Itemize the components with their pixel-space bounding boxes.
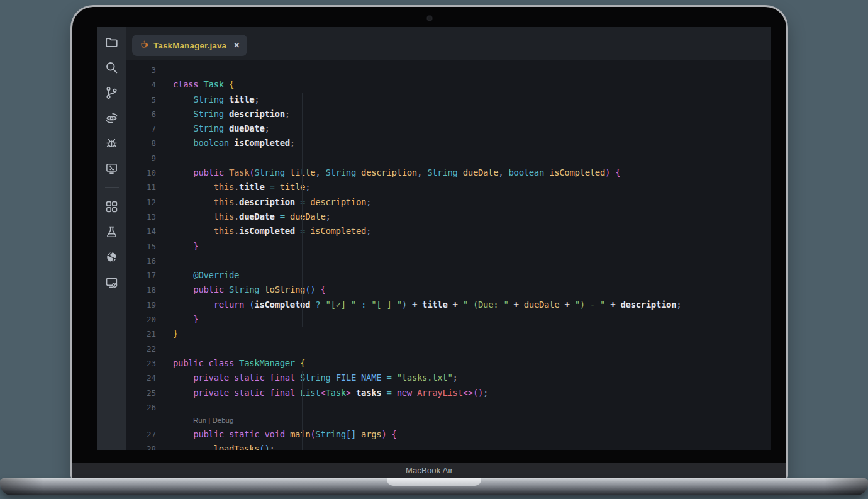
code-line: 25 private static final List<Task> tasks… <box>126 386 771 400</box>
code-line: 17 @Override <box>126 268 771 283</box>
line-number: 3 <box>126 63 173 77</box>
code-text: private static final String FILE_NAME = … <box>173 371 458 385</box>
code-text: public class TaskManager { <box>173 356 305 371</box>
code-text: String title; <box>173 93 259 107</box>
line-number: 26 <box>126 400 173 415</box>
line-number: 5 <box>126 93 173 107</box>
code-line: 14 this.isCompleted = isCompleted; <box>126 224 771 238</box>
codelens-row: Run | Debug <box>126 415 771 427</box>
code-text: boolean isCompleted; <box>173 136 295 150</box>
source-control-icon[interactable] <box>97 80 126 105</box>
line-number: 15 <box>126 239 173 254</box>
code-text: this.isCompleted = isCompleted; <box>173 224 371 238</box>
testing-flask-icon[interactable] <box>97 219 126 244</box>
tab-bar: TaskManager.java ✕ <box>126 27 771 60</box>
line-number: 4 <box>126 77 173 92</box>
code-editor-window: TaskManager.java ✕ 34class Task {5 Strin… <box>97 27 771 450</box>
ai-eye-icon[interactable] <box>97 105 126 130</box>
code-line: 6 String description; <box>126 107 771 121</box>
code-line: 21} <box>126 327 771 341</box>
code-line: 22 <box>126 342 771 356</box>
code-line: 11 this.title = title; <box>126 180 771 194</box>
code-line: 3 <box>126 63 771 77</box>
tab-label: TaskManager.java <box>153 41 226 50</box>
close-icon[interactable]: ✕ <box>233 41 240 50</box>
macbook-lid: TaskManager.java ✕ 34class Task {5 Strin… <box>70 5 788 478</box>
code-text: public String toString() { <box>173 283 326 297</box>
line-number: 24 <box>126 371 173 385</box>
remote-screen-icon[interactable] <box>97 269 126 294</box>
line-number: 12 <box>126 195 173 210</box>
code-area[interactable]: 34class Task {5 String title;6 String de… <box>126 60 771 450</box>
code-line: 23public class TaskManager { <box>126 356 771 371</box>
indent-guide <box>302 371 303 450</box>
lid-notch <box>387 478 481 486</box>
code-text: this.description = description; <box>173 195 371 210</box>
line-number: 11 <box>126 180 173 194</box>
device-label: MacBook Air <box>406 466 453 475</box>
line-number: 27 <box>126 427 173 442</box>
code-text: class Task { <box>173 77 234 92</box>
code-line: 10 public Task(String title, String desc… <box>126 165 771 180</box>
line-number: 23 <box>126 356 173 371</box>
macbook-chin: MacBook Air <box>72 463 786 478</box>
code-line: 19 return (isCompleted ? "[✓] " : "[ ] "… <box>126 298 771 312</box>
webcam-icon <box>427 16 432 21</box>
code-line: 4class Task { <box>126 77 771 92</box>
code-text: public Task(String title, String descrip… <box>173 165 620 180</box>
line-number: 21 <box>126 327 173 341</box>
code-line: 7 String dueDate; <box>126 121 771 136</box>
line-number: 7 <box>126 121 173 136</box>
tab-taskmanager-java[interactable]: TaskManager.java ✕ <box>132 35 247 56</box>
code-text: String description; <box>173 107 290 121</box>
code-text: public static void main(String[] args) { <box>173 427 397 442</box>
code-text: String dueDate; <box>173 121 270 136</box>
code-line: 16 <box>126 254 771 268</box>
line-number: 19 <box>126 298 173 312</box>
line-number: 28 <box>126 442 173 450</box>
code-line: 9 <box>126 151 771 165</box>
line-number: 17 <box>126 268 173 283</box>
code-line: 27 public static void main(String[] args… <box>126 427 771 442</box>
code-text: } <box>173 239 198 254</box>
code-line: 28 loadTasks(); <box>126 442 771 450</box>
search-icon[interactable] <box>97 55 126 80</box>
extensions-grid-icon[interactable] <box>97 194 126 219</box>
code-text: this.dueDate = dueDate; <box>173 210 331 224</box>
code-line: 18 public String toString() { <box>126 283 771 297</box>
code-line: 5 String title; <box>126 93 771 107</box>
java-file-icon <box>140 40 149 52</box>
line-number: 25 <box>126 386 173 400</box>
line-number: 10 <box>126 165 173 180</box>
editor-pane: TaskManager.java ✕ 34class Task {5 Strin… <box>126 27 771 450</box>
code-text: @Override <box>173 268 239 283</box>
line-number: 8 <box>126 136 173 150</box>
desk-background: TaskManager.java ✕ 34class Task {5 Strin… <box>0 0 868 499</box>
line-number: 14 <box>126 224 173 238</box>
code-line: 24 private static final String FILE_NAME… <box>126 371 771 385</box>
code-line: 8 boolean isCompleted; <box>126 136 771 150</box>
preview-monitor-icon[interactable] <box>97 155 126 181</box>
code-line: 13 this.dueDate = dueDate; <box>126 210 771 224</box>
swirl-extension-icon[interactable] <box>97 244 126 269</box>
line-number: 13 <box>126 210 173 224</box>
code-line: 12 this.description = description; <box>126 195 771 210</box>
line-number: 16 <box>126 254 173 268</box>
code-text: } <box>173 312 198 327</box>
line-number: 18 <box>126 283 173 297</box>
line-number: 20 <box>126 312 173 327</box>
activity-bar <box>97 27 126 450</box>
activity-bar-divider <box>105 187 119 188</box>
code-line: 15 } <box>126 239 771 254</box>
debug-codelens-link[interactable]: Debug <box>213 417 234 424</box>
code-text: return (isCompleted ? "[✓] " : "[ ] ") +… <box>173 298 681 312</box>
run-codelens-link[interactable]: Run <box>193 417 206 424</box>
code-line: 26 <box>126 400 771 415</box>
line-number: 9 <box>126 151 173 165</box>
debug-bug-icon[interactable] <box>97 130 126 155</box>
explorer-folder-icon[interactable] <box>97 30 126 55</box>
indent-guide <box>302 93 303 327</box>
code-text: loadTasks(); <box>173 442 275 450</box>
code-line: 20 } <box>126 312 771 327</box>
code-text: this.title = title; <box>173 180 310 194</box>
